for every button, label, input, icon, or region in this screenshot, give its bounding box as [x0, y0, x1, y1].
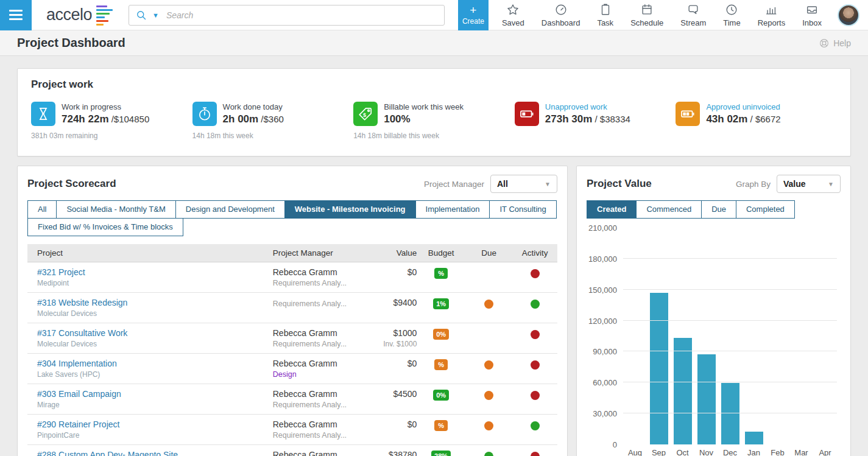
due-cell — [465, 389, 513, 402]
tab-all[interactable]: All — [27, 200, 57, 219]
global-search: ▼ — [129, 5, 445, 26]
graph-by-label: Graph By — [736, 180, 771, 189]
x-axis-label: Sep 15 — [647, 448, 671, 456]
project-cell: #303 Email CampaignMirage — [27, 389, 273, 409]
manager-cell: Rebecca GrammRequirements Analy... — [273, 267, 364, 287]
budget-badge: % — [434, 359, 448, 370]
work-stat: Approved uninvoiced43h 02m / $6672 — [676, 102, 837, 140]
nav-item-saved[interactable]: Saved — [493, 3, 533, 27]
due-status-dot — [484, 452, 493, 456]
manager-cell: Rebecca GrammRequirements Analy... — [273, 389, 364, 409]
tab-it-consulting[interactable]: IT Consulting — [489, 200, 556, 219]
budget-cell: 0% — [417, 328, 465, 340]
project-link[interactable]: #304 Implementation — [37, 359, 273, 368]
activity-status-dot — [531, 269, 540, 278]
star-icon — [506, 3, 520, 16]
column-header-project-manager[interactable]: Project Manager — [273, 248, 364, 258]
project-link[interactable]: #318 Website Redesign — [37, 298, 273, 307]
graph-by-select[interactable]: Value ▼ — [777, 175, 841, 193]
project-link[interactable]: #317 Consultative Work — [37, 328, 273, 338]
nav-item-inbox[interactable]: Inbox — [794, 3, 830, 27]
tab-completed[interactable]: Completed — [736, 200, 795, 219]
user-avatar[interactable] — [838, 4, 859, 26]
budget-cell: % — [417, 267, 465, 279]
x-axis-label: Mar 16 — [790, 448, 813, 456]
plus-icon: + — [470, 5, 476, 16]
work-stat: Work done today2h 00m /$36014h 18m this … — [192, 102, 354, 140]
tab-website-milestone-invoicing[interactable]: Website - Milestone Invoicing — [284, 200, 416, 219]
activity-cell — [512, 419, 557, 433]
tab-fixed-bid-w-invoices-time-blocks[interactable]: Fixed Bid w/ % Invoices & Time blocks — [27, 218, 183, 236]
chat-icon — [686, 3, 700, 16]
accelo-logo[interactable]: accelo — [32, 4, 129, 26]
column-header-budget[interactable]: Budget — [417, 248, 465, 258]
search-scope-caret-icon[interactable]: ▼ — [152, 12, 159, 19]
column-header-activity[interactable]: Activity — [512, 248, 557, 258]
chevron-down-icon: ▼ — [828, 181, 834, 188]
project-link[interactable]: #303 Email Campaign — [37, 389, 273, 399]
project-link[interactable]: #321 Project — [37, 267, 273, 277]
project-link[interactable]: #290 Retainer Project — [37, 419, 273, 429]
tab-created[interactable]: Created — [587, 200, 637, 219]
stat-subtext: 14h 18m this week — [192, 132, 354, 140]
stat-label[interactable]: Approved uninvoiced — [706, 102, 780, 111]
tab-commenced[interactable]: Commenced — [636, 200, 702, 219]
manager-role[interactable]: Design — [273, 370, 364, 379]
budget-cell: % — [417, 359, 465, 370]
due-status-dot — [484, 300, 493, 309]
svg-text:$: $ — [363, 112, 366, 118]
chart-x-axis: Aug 15Sep 15Oct 15Nov 15Dec 15Jan 16Feb … — [623, 448, 837, 456]
nav-item-time[interactable]: Time — [715, 3, 749, 27]
bar-jan-16[interactable] — [745, 432, 763, 444]
stat-value: 273h 30m / $38334 — [545, 113, 630, 125]
bar-dec-15[interactable] — [721, 383, 739, 444]
help-button[interactable]: Help — [819, 38, 851, 49]
tab-social-media-monthly-t-m[interactable]: Social Media - Monthly T&M — [56, 200, 175, 219]
nav-item-dashboard[interactable]: Dashboard — [533, 3, 589, 27]
nav-item-reports[interactable]: Reports — [749, 3, 794, 27]
table-body: #321 ProjectMedipointRebecca GrammRequir… — [27, 262, 557, 456]
bar-sep-15[interactable] — [650, 293, 668, 444]
tab-design-and-development[interactable]: Design and Development — [175, 200, 285, 219]
work-stat: $Billable work this week100%14h 18m bill… — [353, 102, 515, 140]
tab-implementation[interactable]: Implementation — [415, 200, 490, 219]
project-manager-select[interactable]: All ▼ — [490, 175, 557, 193]
nav-item-schedule[interactable]: Schedule — [622, 3, 672, 27]
project-cell: #288 Custom App Dev- Magento SiteHardman… — [27, 450, 273, 456]
due-cell — [465, 419, 513, 433]
x-axis-label: Apr 16 — [814, 448, 837, 456]
project-value: $38780 — [364, 450, 417, 456]
create-button[interactable]: + Create — [458, 0, 489, 30]
column-header-due[interactable]: Due — [465, 248, 513, 258]
nav-item-stream[interactable]: Stream — [672, 3, 715, 27]
stat-value: 100% — [384, 113, 464, 125]
nav-item-label: Stream — [680, 18, 706, 27]
project-client: Molecular Devices — [37, 309, 273, 318]
project-value-chart: 030,00060,00090,000120,000150,000180,000… — [587, 228, 841, 444]
nav-item-task[interactable]: Task — [588, 3, 622, 27]
search-icon[interactable] — [135, 9, 147, 21]
project-link[interactable]: #288 Custom App Dev- Magento Site — [37, 450, 273, 456]
manager-role: Requirements Analy... — [273, 300, 364, 308]
menu-icon[interactable] — [0, 0, 32, 30]
manager-name: Rebecca Gramm — [273, 267, 364, 277]
nav-item-label: Reports — [758, 18, 786, 27]
bar-slot — [743, 228, 766, 444]
value-cell: $9400 — [364, 298, 417, 307]
bar-slot — [671, 228, 694, 444]
table-row: #288 Custom App Dev- Magento SiteHardman… — [27, 445, 557, 456]
bar-oct-15[interactable] — [674, 338, 692, 444]
logo-text: accelo — [46, 5, 92, 24]
search-input[interactable] — [166, 5, 438, 25]
project-manager-filter-label: Project Manager — [424, 180, 484, 189]
battery-mid-icon — [676, 102, 700, 126]
manager-name: Rebecca Gramm — [273, 450, 364, 456]
stat-label[interactable]: Unapproved work — [545, 102, 630, 111]
manager-cell: Rebecca GrammRequirements Analy... — [273, 328, 364, 348]
tab-due[interactable]: Due — [701, 200, 736, 219]
budget-badge: 28% — [431, 451, 451, 456]
x-axis-label: Oct 15 — [671, 448, 694, 456]
bar-nov-15[interactable] — [697, 354, 716, 444]
column-header-value[interactable]: Value — [364, 248, 417, 258]
column-header-project[interactable]: Project — [27, 248, 273, 258]
